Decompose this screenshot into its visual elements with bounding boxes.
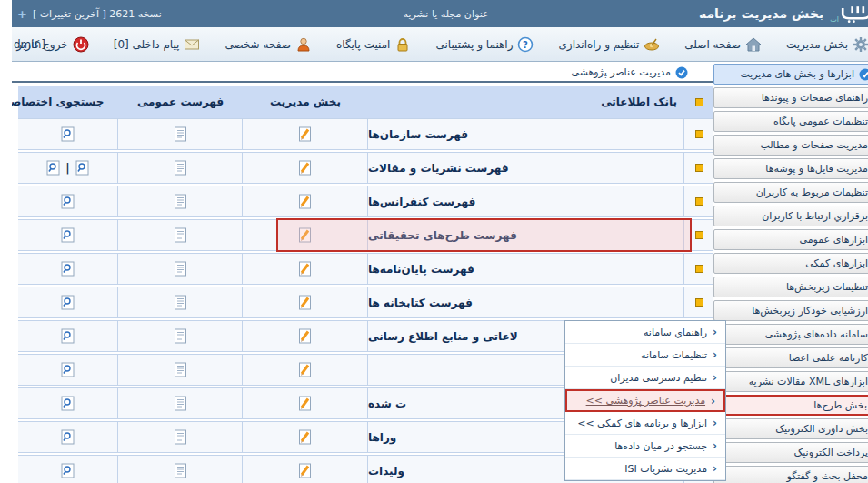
search-page-icon[interactable] bbox=[48, 463, 64, 478]
menu-item-label: تنظیم دسترسی مدیران bbox=[598, 372, 695, 384]
search-page-icon[interactable] bbox=[48, 194, 64, 209]
toolbar-item-admin-section[interactable]: بخش مدیریت bbox=[774, 36, 857, 53]
document-icon[interactable] bbox=[161, 227, 176, 243]
toolbar-label: بخش مدیریت bbox=[774, 38, 836, 51]
sidebar-item-label: مدیریت فایل‌ها و پوشه‌ها bbox=[753, 159, 856, 178]
menu-item-system-settings[interactable]: ‹ تنظیمات سامانه bbox=[554, 344, 713, 367]
menu-item-system-guide[interactable]: ‹ راهنماي سامانه bbox=[554, 321, 713, 344]
menu-item-label: مدیریت عناصر پژوهشی >> bbox=[574, 395, 693, 407]
sidebar-item-members-cv[interactable]: کارنامه علمی اعضا bbox=[702, 347, 865, 368]
document-icon[interactable] bbox=[161, 126, 176, 142]
bullet-icon bbox=[683, 197, 692, 206]
search-page-icon[interactable] bbox=[48, 328, 64, 344]
sidebar-item-subsection-evaluation[interactable]: ارزشیابی خودکار زیربخش‌ها bbox=[702, 300, 865, 321]
toolbar-item-setup[interactable]: تنظیم و راه‌اندازی bbox=[546, 36, 648, 53]
search-page-icon[interactable] bbox=[48, 227, 64, 243]
search-page-icon[interactable] bbox=[48, 295, 64, 310]
sidebar-item-e-review[interactable]: بخش داوری الکترونیک bbox=[702, 418, 865, 439]
document-icon[interactable] bbox=[161, 328, 176, 344]
search-page-icon[interactable] bbox=[48, 126, 64, 142]
document-icon[interactable] bbox=[161, 295, 176, 310]
toolbar-label: تنظیم و راه‌اندازی bbox=[546, 38, 627, 51]
edit-icon[interactable] bbox=[285, 227, 301, 243]
row-label: فهرست کتابخانه ها bbox=[356, 287, 673, 317]
search-page-icon[interactable] bbox=[48, 429, 64, 445]
document-icon[interactable] bbox=[161, 429, 176, 445]
sidebar-item-label: کارنامه علمی اعضا bbox=[777, 348, 856, 367]
gear-icon bbox=[841, 36, 857, 53]
top-bar: ات بخش مدیریت برنامه عنوان مجله یا نشریه… bbox=[0, 0, 868, 27]
document-icon[interactable] bbox=[161, 194, 176, 209]
toolbar-item-internal-message[interactable]: پیام داخلی [0] bbox=[102, 36, 189, 53]
menu-item-label: جستجو در میان داده‌ها bbox=[603, 440, 695, 452]
toolbar-item-help[interactable]: راهنما و پشتیبانی bbox=[424, 36, 522, 53]
document-icon[interactable] bbox=[161, 362, 176, 377]
edit-icon[interactable] bbox=[285, 194, 301, 209]
document-icon[interactable] bbox=[161, 160, 176, 176]
edit-icon[interactable] bbox=[285, 295, 301, 310]
lock-icon bbox=[383, 36, 399, 53]
edit-icon[interactable] bbox=[285, 160, 301, 176]
sidebar-item-label: پرداخت الکترونیک bbox=[782, 443, 856, 462]
menu-item-admin-access[interactable]: ‹ تنظیم دسترسی مدیران bbox=[554, 367, 713, 389]
menu-item-research-elements[interactable]: ‹ مدیریت عناصر پژوهشی >> bbox=[554, 389, 713, 412]
search-page-icon[interactable] bbox=[48, 261, 64, 277]
chevron-icon: ‹ bbox=[701, 462, 705, 475]
edit-icon[interactable] bbox=[285, 261, 301, 277]
sidebar-item-label: ابزارهای عمومی bbox=[788, 230, 856, 249]
sidebar-item-subsection-settings[interactable]: تنظیمات زیربخش‌ها bbox=[702, 277, 865, 297]
row-label: فهرست طرح‌های تحقیقاتی bbox=[356, 220, 673, 250]
sidebar-item-helper-tools[interactable]: ابزارهای کمکی bbox=[702, 253, 865, 274]
row-label: فهرست سازمان‌ها bbox=[356, 119, 673, 149]
bullet-icon bbox=[683, 130, 692, 138]
sidebar-item-general-tools[interactable]: ابزارهای عمومی bbox=[702, 229, 865, 250]
edit-icon[interactable] bbox=[285, 429, 301, 445]
chevron-icon: ‹ bbox=[701, 326, 705, 338]
search-page-icon[interactable] bbox=[34, 160, 49, 176]
toolbar-item-home[interactable]: صفحه اصلی bbox=[673, 36, 750, 53]
sidebar-item-e-payment[interactable]: پرداخت الکترونیک bbox=[702, 442, 865, 463]
edit-icon[interactable] bbox=[285, 126, 301, 142]
sidebar-item-general-settings[interactable]: تنظیمات عمومی پایگاه bbox=[702, 111, 865, 132]
home-icon bbox=[733, 36, 750, 53]
toolbar-item-security[interactable]: امنیت پایگاه bbox=[324, 36, 400, 53]
version-text[interactable]: نسخه 2621 [ آخرین تغییرات ] bbox=[21, 8, 150, 20]
table-row-highlighted: فهرست طرح‌های تحقیقاتی bbox=[6, 219, 702, 251]
sidebar: ابزارها و بخش های مدیریت راهنمای صفحات و… bbox=[702, 64, 865, 483]
sidebar-item-user-communication[interactable]: برقراري ارتباط با کاربران bbox=[702, 206, 865, 226]
bullet-icon bbox=[683, 98, 692, 106]
table-row: فهرست پایان‌نامه‌ها bbox=[6, 253, 702, 285]
plus-icon[interactable]: + bbox=[5, 7, 15, 21]
edit-icon[interactable] bbox=[285, 328, 301, 344]
toolbar-label: صفحه اصلی bbox=[673, 38, 729, 51]
edit-icon[interactable] bbox=[285, 463, 301, 478]
sidebar-item-files-folders[interactable]: مدیریت فایل‌ها و پوشه‌ها bbox=[702, 158, 865, 179]
sidebar-item-forum[interactable]: محفل بحث و گفتگو bbox=[702, 466, 865, 483]
search-page-icon[interactable] bbox=[48, 396, 64, 411]
toolbar-label: صفحه شخصی bbox=[213, 38, 278, 51]
edit-icon[interactable] bbox=[285, 396, 301, 411]
sidebar-item-label: تنظیمات عمومی پایگاه bbox=[762, 112, 856, 131]
sidebar-item-pages-links-guide[interactable]: راهنمای صفحات و پیوندها bbox=[702, 87, 865, 108]
menu-item-data-search[interactable]: ‹ جستجو در میان داده‌ها bbox=[554, 435, 713, 458]
document-icon[interactable] bbox=[161, 396, 176, 411]
document-icon[interactable] bbox=[161, 463, 176, 478]
bullet-icon bbox=[683, 231, 692, 239]
search-page-icon[interactable] bbox=[48, 362, 64, 377]
sidebar-item-pages-content[interactable]: مدیریت صفحات و مطالب bbox=[702, 135, 865, 156]
sidebar-item-projects-section[interactable]: بخش طرح‌ها bbox=[702, 395, 865, 416]
row-label: فهرست نشریات و مقالات bbox=[356, 153, 673, 183]
menu-item-tools-helper-programs[interactable]: ‹ ابزارها و برنامه های کمکی >> bbox=[554, 412, 713, 435]
toolbar-item-personal-page[interactable]: صفحه شخصی bbox=[213, 36, 299, 53]
col-header-special-search: جستجوی اختصاصی bbox=[0, 96, 92, 108]
edit-icon[interactable] bbox=[285, 362, 301, 377]
search-page-icon[interactable] bbox=[63, 160, 78, 176]
sidebar-item-research-data-system[interactable]: سامانه داده‌های پژوهشی bbox=[702, 324, 865, 345]
sidebar-item-xml-tools[interactable]: ابزارهای XML مقالات نشریه bbox=[702, 371, 865, 392]
sidebar-item-label: تنظیمات زیربخش‌ها bbox=[774, 277, 856, 297]
menu-item-isi-journals[interactable]: ‹ مدیریت نشریات ISI bbox=[554, 458, 713, 480]
sidebar-header[interactable]: ابزارها و بخش های مدیریت bbox=[702, 64, 865, 85]
sidebar-item-user-settings[interactable]: تنظیمات مربوط به کاربران bbox=[702, 182, 865, 203]
launch-icon bbox=[632, 36, 648, 53]
document-icon[interactable] bbox=[161, 261, 176, 277]
